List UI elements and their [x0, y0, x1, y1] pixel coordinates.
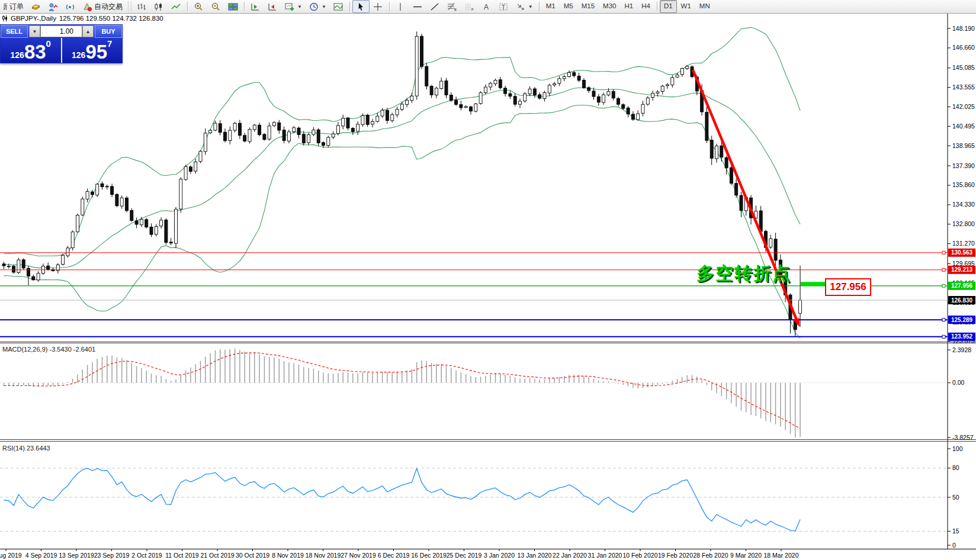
fibonacci-button[interactable]: E — [444, 0, 461, 13]
step-forward-button[interactable] — [247, 0, 264, 13]
tab-timeframe-m15[interactable]: M15 — [577, 0, 599, 13]
macd-label: MACD(12,26,9) — [2, 346, 47, 353]
buy-button[interactable]: BUY — [95, 25, 122, 38]
history-center-button[interactable] — [27, 0, 44, 13]
buy-price[interactable]: 126 95 7 — [62, 38, 123, 63]
rsi-label-line: RSI(14) 23.6443 — [2, 445, 50, 452]
tab-timeframe-d1[interactable]: D1 — [660, 0, 677, 13]
time-axis: 5 Aug 20194 Sep 201913 Sep 201923 Sep 20… — [0, 549, 799, 559]
text-button[interactable]: A — [478, 0, 495, 13]
clock-icon — [309, 2, 319, 11]
svg-text:18 Nov 2019: 18 Nov 2019 — [306, 552, 341, 559]
sell-button[interactable]: SELL — [1, 25, 28, 38]
dropdown-caret: ▼ — [297, 4, 302, 9]
toolbar-grip — [128, 2, 131, 11]
svg-text:2 Oct 2019: 2 Oct 2019 — [131, 552, 162, 559]
tile-windows-button[interactable] — [224, 0, 242, 13]
auto-trading-label: 自动交易 — [94, 2, 123, 12]
one-click-trading-panel: SELL ▼ 1.00 ▲ BUY 126 83 0 126 95 7 — [0, 24, 123, 63]
svg-text:30 Oct 2019: 30 Oct 2019 — [236, 552, 269, 559]
volume-down-button[interactable]: ▼ — [29, 25, 40, 37]
tile-windows-icon — [228, 2, 238, 11]
auto-trading-button[interactable]: 自动交易 — [79, 0, 126, 13]
chart-play-icon — [251, 2, 261, 11]
volume-up-button[interactable]: ▲ — [82, 25, 94, 37]
svg-text:2.3928: 2.3928 — [952, 346, 971, 353]
fibonacci-icon: E — [447, 2, 457, 11]
svg-text:140.495: 140.495 — [952, 123, 975, 130]
person-chart-icon — [48, 2, 58, 11]
grid-button[interactable]: F — [461, 0, 478, 13]
toolbar-separator — [187, 2, 188, 11]
svg-text:142.025: 142.025 — [952, 103, 975, 110]
line-chart-icon — [171, 2, 181, 11]
svg-text:125.289: 125.289 — [951, 317, 973, 323]
rsi-label: RSI(14) — [2, 445, 25, 452]
svg-text:138.965: 138.965 — [952, 142, 975, 149]
dropdown-caret: ▼ — [528, 4, 533, 9]
candlestick-icon — [154, 2, 164, 11]
period-button[interactable]: ▼ — [306, 0, 330, 13]
tab-timeframe-h1[interactable]: H1 — [620, 0, 637, 13]
svg-text:E: E — [454, 8, 457, 11]
svg-text:131.270: 131.270 — [952, 240, 975, 247]
gold-book-icon — [31, 2, 41, 11]
svg-text:16 Dec 2019: 16 Dec 2019 — [411, 552, 447, 559]
horizontal-line-button[interactable] — [409, 0, 426, 13]
tab-timeframe-m5[interactable]: M5 — [560, 0, 577, 13]
rsi-pane: 1008050150 — [0, 445, 963, 549]
label-button[interactable]: T — [495, 0, 512, 13]
tab-timeframe-h4[interactable]: H4 — [637, 0, 654, 13]
auto-trading-icon — [82, 2, 92, 11]
svg-text:135.860: 135.860 — [952, 181, 975, 188]
buy-price-sup: 7 — [107, 38, 112, 49]
svg-text:5 Aug 2019: 5 Aug 2019 — [0, 552, 22, 559]
price-callout-box[interactable]: 127.956 — [825, 278, 871, 296]
new-order-button[interactable]: 新 订单 — [0, 0, 27, 13]
svg-text:22 Jan 2020: 22 Jan 2020 — [553, 552, 587, 559]
svg-text:18 Mar 2020: 18 Mar 2020 — [764, 552, 799, 559]
shapes-icon — [516, 2, 526, 11]
zoom-in-button[interactable] — [190, 0, 207, 13]
chart-symbol-icon — [2, 15, 8, 21]
tab-timeframe-mn[interactable]: MN — [695, 0, 714, 13]
shapes-button[interactable]: ▼ — [512, 0, 537, 13]
vertical-line-button[interactable] — [392, 0, 409, 13]
svg-text:19 Feb 2020: 19 Feb 2020 — [658, 552, 693, 559]
svg-text:28 Feb 2020: 28 Feb 2020 — [694, 552, 728, 559]
tab-timeframe-m1[interactable]: M1 — [542, 0, 560, 13]
toolbar-separator — [539, 2, 540, 11]
line-chart-button[interactable] — [168, 0, 185, 13]
step-back-button[interactable] — [264, 0, 281, 13]
chart-title: GBPJPY-,Daily — [11, 15, 56, 22]
new-chart-button[interactable]: ▼ — [281, 0, 306, 13]
svg-text:127.956: 127.956 — [951, 282, 973, 289]
text-label-icon: T — [499, 2, 509, 11]
macd-label-line: MACD(12,26,9) -3.5430 -2.6401 — [2, 346, 95, 353]
volume-stepper: ▼ 1.00 ▲ — [29, 25, 94, 37]
candlestick-chart-button[interactable] — [150, 0, 168, 13]
news-button[interactable] — [62, 0, 79, 13]
zoom-out-button[interactable] — [207, 0, 224, 13]
macd-values: -3.5430 -2.6401 — [49, 346, 95, 353]
bar-chart-button[interactable] — [133, 0, 150, 13]
svg-text:126.830: 126.830 — [951, 297, 973, 304]
sell-price[interactable]: 126 83 0 — [1, 38, 62, 63]
turning-point-annotation: 多空转折点 — [696, 262, 791, 286]
trendline-button[interactable] — [426, 0, 444, 13]
horizontal-line-icon — [413, 2, 423, 11]
trendline-icon — [430, 2, 440, 11]
crosshair-button[interactable] — [370, 0, 387, 13]
tab-timeframe-m30[interactable]: M30 — [599, 0, 620, 13]
market-watch-button[interactable] — [44, 0, 62, 13]
svg-text:50: 50 — [952, 494, 959, 501]
svg-text:T: T — [502, 4, 505, 10]
svg-text:134.330: 134.330 — [952, 201, 975, 208]
tab-timeframe-w1[interactable]: W1 — [677, 0, 695, 13]
new-order-label: 订单 — [9, 2, 24, 12]
indicators-button[interactable] — [330, 0, 347, 13]
sell-price-big: 83 — [24, 43, 46, 61]
candlesticks — [2, 31, 802, 337]
volume-input[interactable]: 1.00 — [40, 25, 82, 37]
cursor-button[interactable] — [352, 0, 370, 13]
